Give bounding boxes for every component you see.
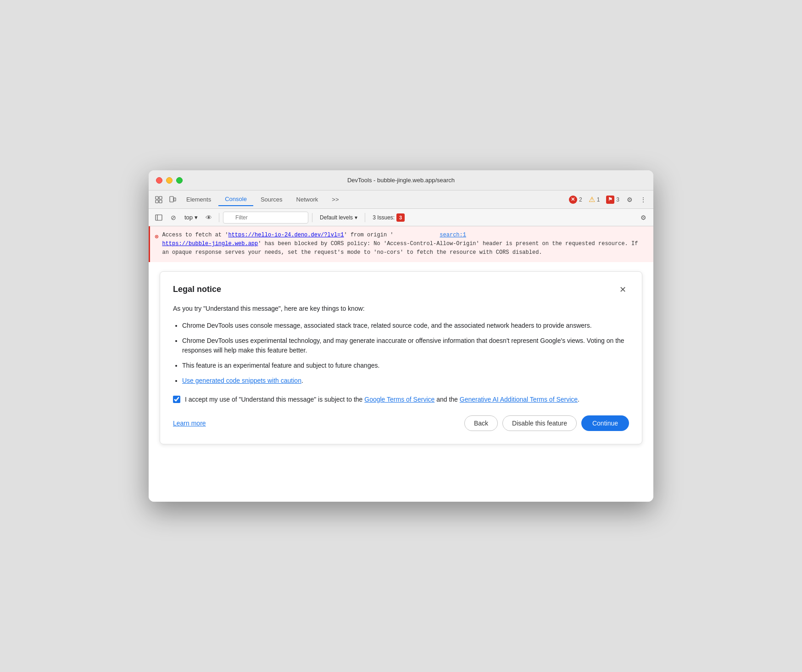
issue-count-badge[interactable]: ⚑ 3	[603, 195, 622, 205]
default-levels-button[interactable]: Default levels ▾	[316, 213, 361, 222]
accept-checkbox-row: I accept my use of "Understand this mess…	[173, 395, 629, 404]
issues-badge[interactable]: 3 Issues: 3	[369, 212, 408, 223]
divider	[219, 213, 219, 222]
svg-rect-2	[156, 200, 158, 203]
cors-error-message: ⊗ Access to fetch at 'https://hello-io-2…	[149, 226, 653, 262]
console-toolbar: ⊘ top ▾ 👁 ⊟ Default levels ▾ 3 Issues: 3…	[149, 209, 653, 226]
svg-rect-4	[170, 196, 173, 202]
chevron-down-icon: ▾	[195, 214, 198, 221]
legal-notice-footer: Learn more Back Disable this feature Con…	[173, 415, 629, 431]
warning-count-badge[interactable]: ⚠ 1	[586, 194, 603, 205]
tab-more[interactable]: >>	[325, 193, 345, 206]
filter-wrap: ⊟	[223, 212, 308, 224]
checkbox-label: I accept my use of "Understand this mess…	[185, 395, 579, 404]
sidebar-toggle-icon[interactable]	[152, 211, 165, 224]
learn-more-link[interactable]: Learn more	[173, 420, 206, 427]
filter-input[interactable]	[223, 212, 308, 224]
window-title: DevTools - bubble-jingle.web.app/search	[347, 177, 455, 184]
legal-items-list: Chrome DevTools uses console message, as…	[173, 321, 629, 386]
titlebar: DevTools - bubble-jingle.web.app/search	[149, 170, 653, 190]
error-count-badge[interactable]: ✕ 2	[566, 195, 585, 205]
close-dialog-button[interactable]: ✕	[617, 285, 629, 295]
caution-link[interactable]: Use generated code snippets with caution	[182, 377, 301, 384]
eye-icon[interactable]: 👁	[202, 211, 215, 224]
window-controls	[156, 177, 183, 184]
generative-ai-tos-link[interactable]: Generative AI Additional Terms of Servic…	[460, 396, 578, 403]
disable-feature-button[interactable]: Disable this feature	[502, 415, 577, 431]
legal-notice-header: Legal notice ✕	[173, 285, 629, 295]
console-settings-icon[interactable]: ⚙	[637, 211, 650, 224]
source-link[interactable]: search:1	[440, 232, 466, 238]
maximize-button[interactable]	[176, 177, 183, 184]
minimize-button[interactable]	[166, 177, 173, 184]
continue-button[interactable]: Continue	[581, 415, 629, 431]
legal-notice-dialog: Legal notice ✕ As you try "Understand th…	[160, 271, 642, 444]
origin-url-link[interactable]: https://bubble-jingle.web.app	[162, 241, 258, 247]
issue-icon: ⚑	[606, 196, 614, 204]
cors-url-link[interactable]: https://hello-io-24.deno.dev/?lvl=1	[228, 232, 344, 238]
divider3	[365, 213, 365, 222]
warning-icon: ⚠	[589, 195, 595, 204]
svg-rect-6	[156, 215, 162, 220]
legal-intro-text: As you try "Understand this message", he…	[173, 304, 629, 314]
tabs-row: Elements Console Sources Network >> ✕ 2 …	[149, 190, 653, 209]
settings-icon[interactable]: ⚙	[623, 193, 636, 206]
accept-checkbox[interactable]	[173, 396, 180, 403]
svg-rect-5	[174, 198, 176, 201]
legal-item-3: This feature is an experimental feature …	[182, 361, 629, 370]
inspect-icon[interactable]	[152, 193, 165, 206]
close-button[interactable]	[156, 177, 162, 184]
tab-elements[interactable]: Elements	[180, 193, 217, 206]
tab-console[interactable]: Console	[218, 193, 253, 206]
error-circle-icon: ⊗	[155, 232, 158, 258]
tab-sources[interactable]: Sources	[254, 193, 289, 206]
clear-console-icon[interactable]: ⊘	[167, 211, 180, 224]
back-button[interactable]: Back	[464, 415, 498, 431]
console-content: ⊗ Access to fetch at 'https://hello-io-2…	[149, 226, 653, 502]
footer-buttons: Back Disable this feature Continue	[464, 415, 629, 431]
svg-rect-1	[159, 196, 162, 199]
more-options-icon[interactable]: ⋮	[637, 193, 650, 206]
context-selector[interactable]: top ▾	[182, 213, 200, 222]
legal-item-1: Chrome DevTools uses console message, as…	[182, 321, 629, 330]
error-icon: ✕	[569, 196, 577, 204]
issues-count-icon: 3	[396, 213, 405, 222]
error-text: Access to fetch at 'https://hello-io-24.…	[162, 231, 648, 258]
legal-item-caution: Use generated code snippets with caution…	[182, 376, 629, 386]
tab-network[interactable]: Network	[290, 193, 325, 206]
chevron-down-icon: ▾	[355, 214, 357, 221]
legal-item-2: Chrome DevTools uses experimental techno…	[182, 336, 629, 355]
device-toolbar-icon[interactable]	[166, 193, 179, 206]
divider2	[312, 213, 312, 222]
svg-rect-3	[159, 200, 162, 203]
legal-notice-title: Legal notice	[173, 285, 221, 294]
devtools-window: DevTools - bubble-jingle.web.app/search …	[149, 170, 653, 502]
google-tos-link[interactable]: Google Terms of Service	[364, 396, 434, 403]
svg-rect-0	[156, 196, 158, 199]
